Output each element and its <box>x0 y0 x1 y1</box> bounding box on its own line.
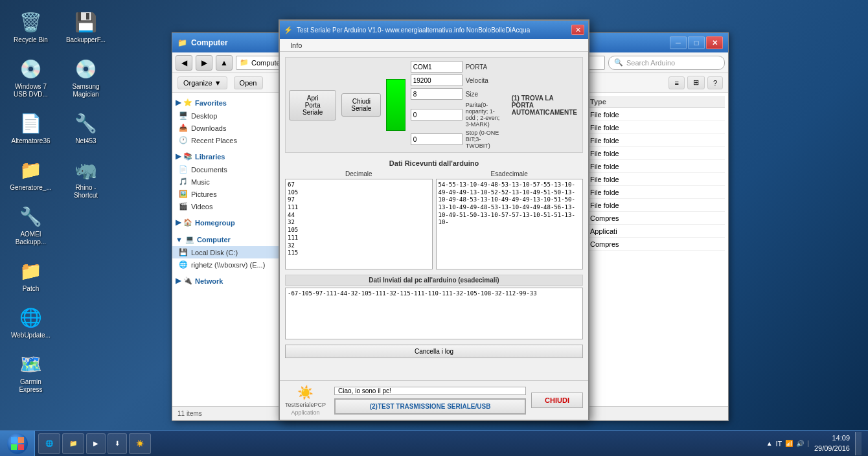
stop-label: Stop (0-ONE BIT;3-TWOBIT) <box>466 130 505 149</box>
back-button[interactable]: ◀ <box>176 55 192 71</box>
libraries-icon: 📚 <box>183 152 192 161</box>
speed-input[interactable] <box>411 74 463 86</box>
windows7-dvd-label: Windows 7USB DVD... <box>14 83 48 98</box>
help-button[interactable]: ? <box>707 76 723 89</box>
volume-tray-icon[interactable]: 🔊 <box>796 440 804 447</box>
hex-textarea[interactable]: 54-55-13-10-49-48-53-13-10-57-55-13-10-4… <box>436 179 584 269</box>
sidebar-item-local-disk[interactable]: 💾 Local Disk (C:) <box>172 246 288 258</box>
recent-folder-icon: 🕐 <box>179 136 188 144</box>
desktop-icon-net453[interactable]: 🔧 Net453 <box>62 108 110 148</box>
desktop-label: Desktop <box>191 112 217 120</box>
desktop-icon-webupdate[interactable]: 🌐 WebUpdate... <box>6 302 55 342</box>
sidebar-item-videos[interactable]: 🎬 Videos <box>172 200 288 212</box>
open-button[interactable]: Open <box>234 76 263 89</box>
favorites-expand-icon: ▶ <box>176 98 181 107</box>
sent-data-textarea[interactable]: -67-105-97-111-44-32-105-111-32-115-111-… <box>285 288 583 339</box>
sidebar-item-downloads[interactable]: 📥 Downloads <box>172 122 288 134</box>
desktop-icon-aomei[interactable]: 🔧 AOMEIBackupp... <box>6 201 55 249</box>
expand-tray-icon[interactable]: ▲ <box>766 440 773 447</box>
libraries-label: Libraries <box>195 153 225 161</box>
port-row-parity: Parita(0-noparity; 1-odd ; 2-even; 3-MAR… <box>411 102 505 128</box>
taskbar-download-button[interactable]: ⬇ <box>108 433 127 454</box>
forward-button[interactable]: ▶ <box>196 55 212 71</box>
decimal-textarea[interactable]: 67 105 97 111 44 32 105 111 32 115 <box>285 179 433 269</box>
homegroup-icon: 🏠 <box>183 218 192 227</box>
desktop-icon-backupper[interactable]: 💾 BackupperF... <box>62 6 110 47</box>
homegroup-header[interactable]: ▶ 🏠 Homegroup <box>172 216 288 229</box>
open-port-label: Apri PortaSeriale <box>303 95 323 116</box>
computer-label: Computer <box>197 236 231 244</box>
pictures-icon: 🖼️ <box>179 190 188 198</box>
libraries-section: ▶ 📚 Libraries 📄 Documents 🎵 Music 🖼️ <box>172 150 288 212</box>
com-port-input[interactable] <box>411 61 463 73</box>
view-icons-button[interactable]: ⊞ <box>687 76 705 89</box>
file-type-cell: Compres <box>590 240 655 248</box>
search-icon: 🔍 <box>614 58 623 67</box>
desktop-icon-garmin[interactable]: 🗺️ GarminExpress <box>6 348 55 396</box>
port-row-speed: Velocita <box>411 74 505 86</box>
taskbar-ie-button[interactable]: 🌐 <box>38 433 60 454</box>
network-drive-icon: 🌐 <box>179 260 188 269</box>
size-label: Size <box>466 91 505 98</box>
file-type-cell: File folde <box>590 137 655 144</box>
libraries-header[interactable]: ▶ 📚 Libraries <box>172 150 288 163</box>
taskbar-sun-button[interactable]: ☀️ <box>129 433 151 454</box>
minimize-button[interactable]: ─ <box>670 36 687 49</box>
start-button[interactable] <box>0 431 35 457</box>
up-button[interactable]: ▲ <box>216 55 233 71</box>
downloads-folder-icon: 📥 <box>179 124 188 132</box>
taskbar-media-button[interactable]: ▶ <box>86 433 106 454</box>
sidebar-item-network-drive[interactable]: 🌐 righetz (\\vboxsrv) (E...) <box>172 258 288 271</box>
clear-log-button[interactable]: Cancella i log <box>285 345 583 358</box>
videos-icon: 🎬 <box>179 202 188 211</box>
net453-icon: 🔧 <box>73 110 99 136</box>
dialog-footer: ☀️ TestSerialePCP Application (2)TEST TR… <box>280 380 588 420</box>
size-input[interactable] <box>411 88 463 100</box>
computer-header[interactable]: ▼ 💻 Computer <box>172 233 288 246</box>
serial-dialog-close-button[interactable]: ✕ <box>571 25 584 35</box>
search-bar[interactable]: 🔍 Search Arduino <box>608 56 725 70</box>
sidebar-item-desktop[interactable]: 🖥️ Desktop <box>172 109 288 122</box>
view-details-button[interactable]: ≡ <box>668 76 684 89</box>
port-controls: Apri PortaSeriale ChiudiSeriale PORTA Ve… <box>285 57 583 153</box>
message-input[interactable] <box>334 387 526 395</box>
sidebar-item-recent[interactable]: 🕐 Recent Places <box>172 134 288 146</box>
desktop-icon-generatore[interactable]: 📁 Generatore_... <box>6 154 55 194</box>
desktop-icon-patch[interactable]: 📁 Patch <box>6 255 55 295</box>
organize-button[interactable]: Organize ▼ <box>177 76 227 89</box>
maximize-button[interactable]: □ <box>688 36 705 49</box>
open-port-button[interactable]: Apri PortaSeriale <box>289 90 336 120</box>
desktop-icon-rhino[interactable]: 🦏 Rhino -Shortcut <box>62 154 110 202</box>
parity-input[interactable] <box>411 109 463 120</box>
sidebar-item-pictures[interactable]: 🖼️ Pictures <box>172 188 288 200</box>
homegroup-label: Homegroup <box>195 219 235 227</box>
computer-section: ▼ 💻 Computer 💾 Local Disk (C:) 🌐 righetz… <box>172 233 288 271</box>
network-header[interactable]: ▶ 🔌 Network <box>172 274 288 288</box>
network-expand-icon: ▶ <box>176 277 181 285</box>
sent-data-title: Dati Inviati dal pc all'arduino (esadeci… <box>285 275 583 286</box>
desktop-icon-alternatore[interactable]: 📄 Alternatore36 <box>6 108 55 148</box>
taskbar-explorer-button[interactable]: 📁 <box>62 433 84 454</box>
homegroup-expand-icon: ▶ <box>176 218 181 227</box>
hex-label: Esadecimale <box>436 170 584 177</box>
close-button[interactable]: ✕ <box>706 36 723 49</box>
chiudi-button[interactable]: CHIUDI <box>531 393 583 408</box>
file-type-cell: File folde <box>590 188 655 196</box>
alternatore-icon: 📄 <box>18 110 44 136</box>
close-port-button[interactable]: ChiudiSeriale <box>341 93 381 117</box>
desktop-icon-samsung[interactable]: 💿 SamsungMagician <box>62 53 110 101</box>
stop-input[interactable] <box>411 133 463 145</box>
desktop-folder-icon: 🖥️ <box>179 111 188 120</box>
samsung-icon: 💿 <box>73 56 99 82</box>
test-transmission-button[interactable]: (2)TEST TRASMISSIONE SERIALE/USB <box>334 398 526 415</box>
show-desktop-button[interactable] <box>855 432 862 455</box>
sidebar-item-documents[interactable]: 📄 Documents <box>172 163 288 176</box>
info-menu-item[interactable]: Info <box>285 40 307 51</box>
desktop-icon-recycle-bin[interactable]: 🗑️ Recycle Bin <box>6 6 55 47</box>
garmin-icon: 🗺️ <box>18 351 44 377</box>
favorites-header[interactable]: ▶ ⭐ Favorites <box>172 96 288 109</box>
serial-dialog-title: Test Seriale Per Arduino V1.0- www.energ… <box>297 27 567 34</box>
desktop-icon-windows7-dvd[interactable]: 💿 Windows 7USB DVD... <box>6 53 55 101</box>
sidebar-item-music[interactable]: 🎵 Music <box>172 176 288 188</box>
desktop: 🗑️ Recycle Bin 💿 Windows 7USB DVD... 📄 A… <box>0 0 868 456</box>
